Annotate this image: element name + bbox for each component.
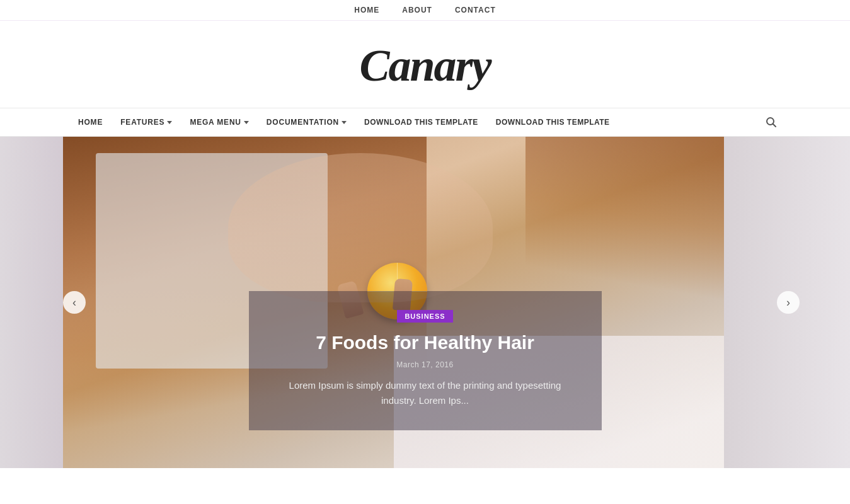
hero-slider: ‹ › BUSINESS 7 Foods for Healthy Hair Ma… [0,137,850,468]
slide-excerpt: Lorem Ipsum is simply dummy text of the … [274,378,577,408]
slide-title: 7 Foods for Healthy Hair [274,331,577,354]
chevron-down-icon [244,121,249,124]
main-nav-features[interactable]: FEATURES [112,108,181,137]
main-nav-download-1[interactable]: DOWNLOAD THIS TEMPLATE [355,108,487,137]
top-nav-about[interactable]: ABOUT [402,6,432,14]
top-nav-home[interactable]: HOME [354,6,379,14]
search-icon [766,117,777,128]
top-navigation: HOME ABOUT CONTACT [0,0,850,21]
logo-area: Canary [0,21,850,108]
top-nav-contact[interactable]: CONTACT [455,6,496,14]
main-nav-mega-menu[interactable]: MEGA MENU [181,108,257,137]
site-logo[interactable]: Canary [359,40,490,92]
chevron-down-icon [342,121,347,124]
slider-background: ‹ › BUSINESS 7 Foods for Healthy Hair Ma… [0,137,850,468]
slide-date: March 17, 2016 [274,360,577,369]
main-nav-home[interactable]: HOME [69,108,112,137]
search-button[interactable] [762,113,781,132]
main-nav-documentation[interactable]: DOCUMENTATION [258,108,355,137]
slider-content-card: BUSINESS 7 Foods for Healthy Hair March … [249,291,602,430]
main-nav-download-2[interactable]: DOWNLOAD THIS TEMPLATE [487,108,619,137]
main-navigation: HOME FEATURES MEGA MENU DOCUMENTATION DO… [0,108,850,137]
bg-left-panel [0,137,63,468]
main-nav-items: HOME FEATURES MEGA MENU DOCUMENTATION DO… [69,108,619,137]
svg-line-1 [773,124,776,127]
chevron-down-icon [167,121,172,124]
slider-next-button[interactable]: › [777,291,800,314]
slide-category-badge[interactable]: BUSINESS [397,310,452,323]
slider-prev-button[interactable]: ‹ [63,291,86,314]
